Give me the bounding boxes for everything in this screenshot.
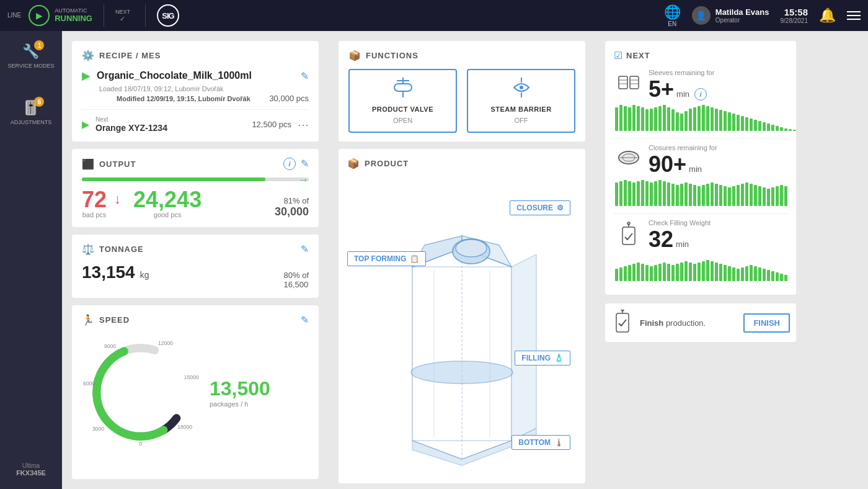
menu-button[interactable]: [847, 11, 861, 20]
play-button[interactable]: ▶: [29, 5, 50, 26]
closures-label: Closures remaining for: [649, 144, 787, 151]
sleeves-info-icon[interactable]: i: [694, 88, 707, 101]
output-pct-group: 81% of 30,000: [275, 196, 309, 218]
progress-arrow: →: [298, 174, 309, 187]
bottom-icon: 🌡️: [554, 438, 564, 447]
speed-edit-icon[interactable]: ✎: [301, 315, 309, 325]
sidebar-item-service[interactable]: 🔧 1 SERVICE MODES: [8, 43, 55, 69]
closure-label[interactable]: CLOSURE ⚙: [510, 200, 570, 215]
filling-weight-icon: [614, 221, 644, 251]
closures-unit: min: [689, 164, 702, 174]
output-edit-icon[interactable]: ✎: [301, 158, 309, 170]
machine-info: Ultima FKX345E: [16, 450, 46, 477]
lang-label: EN: [668, 20, 676, 27]
time-value: 15:58: [781, 7, 808, 17]
divider: [104, 4, 104, 27]
closures-header-row: Closures remaining for 90+ min: [614, 144, 787, 177]
filling-weight-group: Check Filling Weight 32 min (function(){…: [614, 219, 787, 281]
more-icon[interactable]: ⋯: [298, 118, 309, 132]
output-info-icon[interactable]: i: [283, 158, 296, 170]
svg-text:18000: 18000: [177, 424, 192, 430]
filling-weight-value: 32: [649, 227, 673, 253]
functions-icon: 📦: [348, 50, 361, 61]
wrench-icon: 🔧 1: [22, 43, 39, 60]
functions-row: PRODUCT VALVE OPEN STEAM BARRI: [348, 69, 575, 133]
divider2: [145, 4, 146, 27]
svg-marker-21: [512, 254, 536, 441]
auto-label: AUTOMATIC: [55, 7, 92, 14]
finish-icon: [611, 310, 634, 336]
tonnage-header: ⚖️ TONNAGE ✎: [82, 243, 309, 255]
closures-value: 90+: [649, 151, 686, 177]
language-selector[interactable]: 🌐 EN: [664, 4, 681, 27]
sleeves-value: 5+: [649, 76, 674, 102]
recipe-title: RECIPE / MES: [99, 51, 161, 60]
right-panel: ☑ NEXT: [595, 31, 806, 489]
tonnage-title: TONNAGE: [99, 244, 144, 254]
sleeves-label: Sleeves remaining for: [649, 69, 787, 76]
user-details: Matilda Evans Operator: [715, 7, 769, 24]
sig-logo: SIG: [157, 4, 179, 27]
bad-pcs-label: bad pcs: [82, 211, 107, 218]
closures-barchart: (function(){ const bars = [38,40,42,40,3…: [614, 180, 787, 206]
sleeves-barchart: (function(){ const bars = [38,42,40,38,4…: [614, 105, 787, 131]
main-layout: 🔧 1 SERVICE MODES 🎚️ 6 ADJUSTMENTS Ultim…: [0, 31, 868, 489]
next-badge: NEXT ✓: [115, 9, 130, 23]
next-check-icon: ☑: [614, 50, 622, 61]
steam-barrier-card[interactable]: STEAM BARRIER OFF: [467, 69, 575, 133]
closures-value-row: 90+ min: [649, 151, 787, 177]
recipe-loaded-info: Loaded 18/07/19, 09:12, Lubomír Dvořák: [99, 85, 309, 92]
carton-svg: [375, 180, 549, 472]
top-forming-settings-icon: 📋: [410, 254, 419, 263]
sleeves-value-row: 5+ min i: [649, 76, 787, 102]
divider-sleeves-closures: [614, 138, 787, 139]
topbar: LINE ▶ AUTOMATIC RUNNING NEXT ✓ SIG 🌐 EN…: [0, 0, 868, 31]
bottom-label[interactable]: BOTTOM 🌡️: [512, 435, 570, 450]
product-valve-status: OPEN: [393, 117, 412, 124]
product-section: 📦 PRODUCT: [339, 149, 585, 483]
speed-unit: packages / h: [210, 400, 270, 408]
progress-fill: [82, 177, 265, 181]
next-section: ☑ NEXT: [605, 41, 796, 295]
filling-label[interactable]: FILLING 🧴: [515, 351, 570, 366]
sidebar-item-adjustments[interactable]: 🎚️ 6 ADJUSTMENTS: [11, 100, 52, 125]
filling-text: FILLING: [521, 354, 551, 362]
top-forming-text: TOP FORMING: [354, 254, 406, 263]
product-valve-name: PRODUCT VALVE: [372, 105, 433, 113]
next-play-icon: ▶: [82, 119, 89, 130]
top-forming-label[interactable]: TOP FORMING 📋: [347, 251, 426, 266]
svg-text:12000: 12000: [158, 340, 173, 346]
tonnage-section: ⚖️ TONNAGE ✎ 13,154 kg 80% of 16,500: [72, 235, 319, 298]
sleeves-group: Sleeves remaining for 5+ min i (function…: [614, 69, 787, 131]
sliders-icon: 🎚️ 6: [22, 100, 39, 116]
user-role: Operator: [715, 17, 769, 24]
edit-icon[interactable]: ✎: [301, 70, 309, 82]
middle-panel: 📦 FUNCTIONS PRODUCT VALV: [329, 31, 595, 489]
recipe-current-pcs: 30,000 pcs: [269, 94, 309, 103]
svg-text:6000: 6000: [83, 380, 95, 387]
adjustments-label: ADJUSTMENTS: [11, 119, 52, 125]
product-title: PRODUCT: [365, 159, 409, 168]
finish-text-rest: production.: [663, 318, 706, 328]
next-label: Next: [95, 116, 167, 123]
sleeves-icon: [614, 74, 644, 97]
good-pcs-group: 24,243 good pcs: [133, 189, 202, 218]
svg-text:15000: 15000: [184, 374, 199, 380]
filling-weight-label-group: Check Filling Weight 32 min: [649, 219, 787, 253]
progress-bar: →: [82, 177, 309, 181]
tonnage-value: 13,154: [82, 262, 135, 282]
recipe-name: Organic_Chocolate_Milk_1000ml: [97, 70, 294, 81]
svg-text:9000: 9000: [104, 343, 116, 349]
speed-title: SPEED: [99, 315, 130, 325]
closures-group: Closures remaining for 90+ min (function…: [614, 144, 787, 206]
product-valve-card[interactable]: PRODUCT VALVE OPEN: [348, 69, 457, 133]
svg-text:3000: 3000: [92, 426, 104, 432]
service-badge: 1: [34, 40, 44, 50]
good-pcs-value: 24,243: [133, 189, 202, 211]
tonnage-edit-icon[interactable]: ✎: [301, 244, 309, 254]
bell-icon[interactable]: 🔔: [819, 7, 836, 24]
svg-rect-31: [630, 76, 639, 89]
left-sidebar: 🔧 1 SERVICE MODES 🎚️ 6 ADJUSTMENTS Ultim…: [0, 31, 62, 489]
finish-button[interactable]: FINISH: [743, 313, 790, 333]
avatar: 👤: [692, 6, 711, 25]
